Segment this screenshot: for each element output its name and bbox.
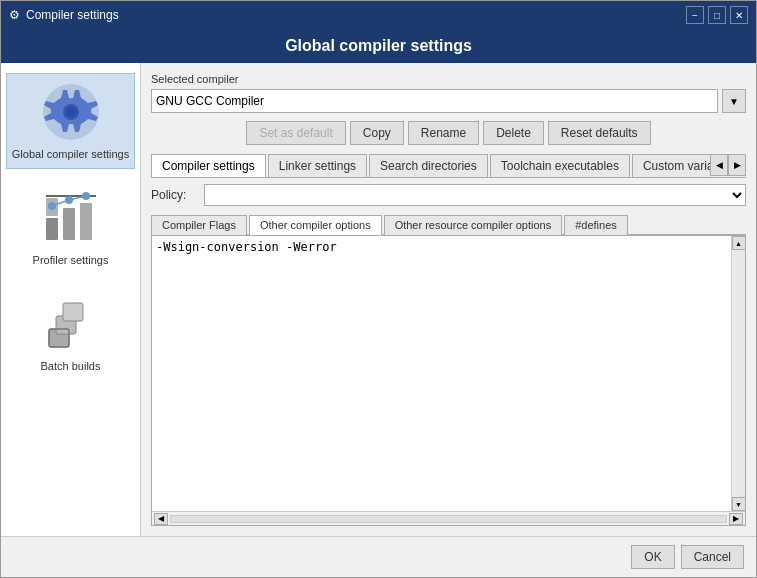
svg-point-2 xyxy=(66,107,76,117)
window-header: Global compiler settings xyxy=(1,29,756,63)
inner-tab-other-resource[interactable]: Other resource compiler options xyxy=(384,215,563,235)
policy-dropdown[interactable] xyxy=(204,184,746,206)
maximize-button[interactable]: □ xyxy=(708,6,726,24)
gear-icon xyxy=(41,82,101,142)
hscroll-right[interactable]: ▶ xyxy=(729,513,743,525)
tab-search-directories[interactable]: Search directories xyxy=(369,154,488,177)
window-icon: ⚙ xyxy=(9,8,20,22)
profiler-icon xyxy=(41,188,101,248)
tab-toolchain[interactable]: Toolchain executables xyxy=(490,154,630,177)
inner-tab-other-compiler[interactable]: Other compiler options xyxy=(249,215,382,235)
sidebar: Global compiler settings Profiler settin… xyxy=(1,63,141,536)
button-row: Set as default Copy Rename Delete Reset … xyxy=(151,121,746,145)
compiler-dropdown[interactable]: GNU GCC Compiler xyxy=(151,89,718,113)
window-footer: OK Cancel xyxy=(1,536,756,577)
copy-button[interactable]: Copy xyxy=(350,121,404,145)
tab-nav-left[interactable]: ◀ xyxy=(710,154,728,176)
cancel-button[interactable]: Cancel xyxy=(681,545,744,569)
vscroll-up[interactable]: ▲ xyxy=(732,236,746,250)
main-content: Selected compiler GNU GCC Compiler ▼ Set… xyxy=(141,63,756,536)
ok-button[interactable]: OK xyxy=(631,545,674,569)
header-title: Global compiler settings xyxy=(285,37,472,54)
text-area-container: -Wsign-conversion -Werror ▲ ▼ ◀ ▶ xyxy=(151,235,746,526)
editor-textarea[interactable]: -Wsign-conversion -Werror xyxy=(152,236,731,511)
inner-tab-defines[interactable]: #defines xyxy=(564,215,628,235)
title-bar-controls: − □ ✕ xyxy=(686,6,748,24)
title-bar: ⚙ Compiler settings − □ ✕ xyxy=(1,1,756,29)
vscroll-track[interactable] xyxy=(733,250,745,497)
close-button[interactable]: ✕ xyxy=(730,6,748,24)
outer-tabs: Compiler settings Linker settings Search… xyxy=(151,153,710,177)
policy-row: Policy: xyxy=(151,184,746,206)
reset-defaults-button[interactable]: Reset defaults xyxy=(548,121,651,145)
sidebar-item-batch[interactable]: Batch builds xyxy=(6,285,135,381)
hscroll-left[interactable]: ◀ xyxy=(154,513,168,525)
sidebar-item-profiler[interactable]: Profiler settings xyxy=(6,179,135,275)
sidebar-label-global: Global compiler settings xyxy=(12,148,129,160)
svg-rect-15 xyxy=(63,303,83,321)
text-area-row: -Wsign-conversion -Werror ▲ ▼ xyxy=(152,236,745,511)
outer-tab-bar: Compiler settings Linker settings Search… xyxy=(151,153,746,178)
tab-custom-variables[interactable]: Custom variables xyxy=(632,154,710,177)
compiler-selector-row: GNU GCC Compiler ▼ xyxy=(151,89,746,113)
policy-label: Policy: xyxy=(151,188,196,202)
horizontal-scrollbar: ◀ ▶ xyxy=(152,511,745,525)
tab-compiler-settings[interactable]: Compiler settings xyxy=(151,154,266,177)
sidebar-label-profiler: Profiler settings xyxy=(33,254,109,266)
svg-rect-3 xyxy=(46,218,58,240)
compiler-dropdown-arrow[interactable]: ▼ xyxy=(722,89,746,113)
selected-compiler-label: Selected compiler xyxy=(151,73,746,85)
minimize-button[interactable]: − xyxy=(686,6,704,24)
sidebar-item-global-compiler[interactable]: Global compiler settings xyxy=(6,73,135,169)
svg-rect-5 xyxy=(63,208,75,240)
inner-tab-compiler-flags[interactable]: Compiler Flags xyxy=(151,215,247,235)
vertical-scrollbar: ▲ ▼ xyxy=(731,236,745,511)
batch-icon xyxy=(41,294,101,354)
sidebar-label-batch: Batch builds xyxy=(41,360,101,372)
delete-button[interactable]: Delete xyxy=(483,121,544,145)
set-default-button[interactable]: Set as default xyxy=(246,121,345,145)
inner-tab-bar: Compiler Flags Other compiler options Ot… xyxy=(151,214,746,235)
window-body: Global compiler settings Profiler settin… xyxy=(1,63,756,536)
window-title: Compiler settings xyxy=(26,8,119,22)
rename-button[interactable]: Rename xyxy=(408,121,479,145)
tab-linker-settings[interactable]: Linker settings xyxy=(268,154,367,177)
hscroll-track[interactable] xyxy=(170,515,727,523)
title-bar-left: ⚙ Compiler settings xyxy=(9,8,119,22)
vscroll-down[interactable]: ▼ xyxy=(732,497,746,511)
svg-rect-6 xyxy=(80,203,92,240)
tab-nav-right[interactable]: ▶ xyxy=(728,154,746,176)
main-window: ⚙ Compiler settings − □ ✕ Global compile… xyxy=(0,0,757,578)
